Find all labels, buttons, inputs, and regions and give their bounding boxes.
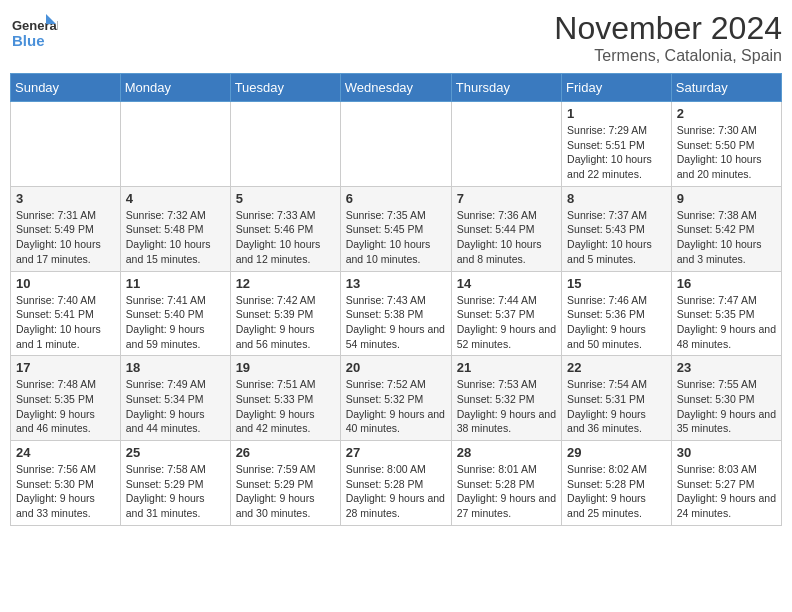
day-cell-24: 24Sunrise: 7:56 AM Sunset: 5:30 PM Dayli… — [11, 441, 121, 526]
day-cell-26: 26Sunrise: 7:59 AM Sunset: 5:29 PM Dayli… — [230, 441, 340, 526]
day-cell-17: 17Sunrise: 7:48 AM Sunset: 5:35 PM Dayli… — [11, 356, 121, 441]
day-cell-10: 10Sunrise: 7:40 AM Sunset: 5:41 PM Dayli… — [11, 271, 121, 356]
day-info: Sunrise: 7:51 AM Sunset: 5:33 PM Dayligh… — [236, 377, 335, 436]
day-info: Sunrise: 7:38 AM Sunset: 5:42 PM Dayligh… — [677, 208, 776, 267]
day-info: Sunrise: 8:03 AM Sunset: 5:27 PM Dayligh… — [677, 462, 776, 521]
day-cell-3: 3Sunrise: 7:31 AM Sunset: 5:49 PM Daylig… — [11, 186, 121, 271]
day-info: Sunrise: 7:54 AM Sunset: 5:31 PM Dayligh… — [567, 377, 666, 436]
empty-cell — [230, 102, 340, 187]
week-row-5: 24Sunrise: 7:56 AM Sunset: 5:30 PM Dayli… — [11, 441, 782, 526]
day-cell-22: 22Sunrise: 7:54 AM Sunset: 5:31 PM Dayli… — [562, 356, 672, 441]
week-row-2: 3Sunrise: 7:31 AM Sunset: 5:49 PM Daylig… — [11, 186, 782, 271]
day-number: 5 — [236, 191, 335, 206]
day-cell-13: 13Sunrise: 7:43 AM Sunset: 5:38 PM Dayli… — [340, 271, 451, 356]
location-title: Termens, Catalonia, Spain — [554, 47, 782, 65]
day-info: Sunrise: 7:36 AM Sunset: 5:44 PM Dayligh… — [457, 208, 556, 267]
day-info: Sunrise: 8:02 AM Sunset: 5:28 PM Dayligh… — [567, 462, 666, 521]
day-cell-15: 15Sunrise: 7:46 AM Sunset: 5:36 PM Dayli… — [562, 271, 672, 356]
day-number: 4 — [126, 191, 225, 206]
day-info: Sunrise: 7:52 AM Sunset: 5:32 PM Dayligh… — [346, 377, 446, 436]
day-cell-30: 30Sunrise: 8:03 AM Sunset: 5:27 PM Dayli… — [671, 441, 781, 526]
day-number: 25 — [126, 445, 225, 460]
day-cell-23: 23Sunrise: 7:55 AM Sunset: 5:30 PM Dayli… — [671, 356, 781, 441]
col-header-tuesday: Tuesday — [230, 74, 340, 102]
calendar-table: SundayMondayTuesdayWednesdayThursdayFrid… — [10, 73, 782, 526]
day-info: Sunrise: 8:01 AM Sunset: 5:28 PM Dayligh… — [457, 462, 556, 521]
day-info: Sunrise: 7:40 AM Sunset: 5:41 PM Dayligh… — [16, 293, 115, 352]
day-info: Sunrise: 7:37 AM Sunset: 5:43 PM Dayligh… — [567, 208, 666, 267]
day-cell-25: 25Sunrise: 7:58 AM Sunset: 5:29 PM Dayli… — [120, 441, 230, 526]
week-row-4: 17Sunrise: 7:48 AM Sunset: 5:35 PM Dayli… — [11, 356, 782, 441]
day-number: 23 — [677, 360, 776, 375]
empty-cell — [11, 102, 121, 187]
day-info: Sunrise: 7:33 AM Sunset: 5:46 PM Dayligh… — [236, 208, 335, 267]
day-number: 14 — [457, 276, 556, 291]
day-number: 3 — [16, 191, 115, 206]
day-number: 2 — [677, 106, 776, 121]
day-number: 13 — [346, 276, 446, 291]
day-cell-29: 29Sunrise: 8:02 AM Sunset: 5:28 PM Dayli… — [562, 441, 672, 526]
logo: General Blue — [10, 10, 58, 58]
header: General Blue November 2024 Termens, Cata… — [10, 10, 782, 65]
day-number: 29 — [567, 445, 666, 460]
day-number: 12 — [236, 276, 335, 291]
logo-svg: General Blue — [10, 10, 58, 58]
col-header-monday: Monday — [120, 74, 230, 102]
day-cell-11: 11Sunrise: 7:41 AM Sunset: 5:40 PM Dayli… — [120, 271, 230, 356]
empty-cell — [120, 102, 230, 187]
day-number: 9 — [677, 191, 776, 206]
day-number: 10 — [16, 276, 115, 291]
day-info: Sunrise: 7:59 AM Sunset: 5:29 PM Dayligh… — [236, 462, 335, 521]
day-info: Sunrise: 7:49 AM Sunset: 5:34 PM Dayligh… — [126, 377, 225, 436]
day-number: 28 — [457, 445, 556, 460]
day-info: Sunrise: 7:43 AM Sunset: 5:38 PM Dayligh… — [346, 293, 446, 352]
week-row-1: 1Sunrise: 7:29 AM Sunset: 5:51 PM Daylig… — [11, 102, 782, 187]
day-number: 8 — [567, 191, 666, 206]
day-number: 16 — [677, 276, 776, 291]
col-header-wednesday: Wednesday — [340, 74, 451, 102]
day-cell-27: 27Sunrise: 8:00 AM Sunset: 5:28 PM Dayli… — [340, 441, 451, 526]
day-number: 19 — [236, 360, 335, 375]
day-info: Sunrise: 7:56 AM Sunset: 5:30 PM Dayligh… — [16, 462, 115, 521]
day-cell-5: 5Sunrise: 7:33 AM Sunset: 5:46 PM Daylig… — [230, 186, 340, 271]
day-cell-2: 2Sunrise: 7:30 AM Sunset: 5:50 PM Daylig… — [671, 102, 781, 187]
day-cell-21: 21Sunrise: 7:53 AM Sunset: 5:32 PM Dayli… — [451, 356, 561, 441]
day-number: 1 — [567, 106, 666, 121]
col-header-saturday: Saturday — [671, 74, 781, 102]
day-info: Sunrise: 8:00 AM Sunset: 5:28 PM Dayligh… — [346, 462, 446, 521]
day-info: Sunrise: 7:46 AM Sunset: 5:36 PM Dayligh… — [567, 293, 666, 352]
day-number: 15 — [567, 276, 666, 291]
day-cell-16: 16Sunrise: 7:47 AM Sunset: 5:35 PM Dayli… — [671, 271, 781, 356]
day-number: 6 — [346, 191, 446, 206]
day-info: Sunrise: 7:42 AM Sunset: 5:39 PM Dayligh… — [236, 293, 335, 352]
day-number: 22 — [567, 360, 666, 375]
day-cell-12: 12Sunrise: 7:42 AM Sunset: 5:39 PM Dayli… — [230, 271, 340, 356]
day-info: Sunrise: 7:48 AM Sunset: 5:35 PM Dayligh… — [16, 377, 115, 436]
day-number: 7 — [457, 191, 556, 206]
day-info: Sunrise: 7:31 AM Sunset: 5:49 PM Dayligh… — [16, 208, 115, 267]
day-cell-14: 14Sunrise: 7:44 AM Sunset: 5:37 PM Dayli… — [451, 271, 561, 356]
day-info: Sunrise: 7:55 AM Sunset: 5:30 PM Dayligh… — [677, 377, 776, 436]
day-cell-19: 19Sunrise: 7:51 AM Sunset: 5:33 PM Dayli… — [230, 356, 340, 441]
col-header-friday: Friday — [562, 74, 672, 102]
svg-text:Blue: Blue — [12, 32, 45, 49]
day-number: 17 — [16, 360, 115, 375]
day-cell-28: 28Sunrise: 8:01 AM Sunset: 5:28 PM Dayli… — [451, 441, 561, 526]
day-cell-1: 1Sunrise: 7:29 AM Sunset: 5:51 PM Daylig… — [562, 102, 672, 187]
day-info: Sunrise: 7:44 AM Sunset: 5:37 PM Dayligh… — [457, 293, 556, 352]
day-number: 26 — [236, 445, 335, 460]
empty-cell — [340, 102, 451, 187]
title-area: November 2024 Termens, Catalonia, Spain — [554, 10, 782, 65]
week-row-3: 10Sunrise: 7:40 AM Sunset: 5:41 PM Dayli… — [11, 271, 782, 356]
day-number: 27 — [346, 445, 446, 460]
empty-cell — [451, 102, 561, 187]
day-info: Sunrise: 7:30 AM Sunset: 5:50 PM Dayligh… — [677, 123, 776, 182]
day-number: 20 — [346, 360, 446, 375]
day-cell-4: 4Sunrise: 7:32 AM Sunset: 5:48 PM Daylig… — [120, 186, 230, 271]
day-info: Sunrise: 7:47 AM Sunset: 5:35 PM Dayligh… — [677, 293, 776, 352]
day-number: 24 — [16, 445, 115, 460]
day-info: Sunrise: 7:41 AM Sunset: 5:40 PM Dayligh… — [126, 293, 225, 352]
month-title: November 2024 — [554, 10, 782, 47]
day-info: Sunrise: 7:58 AM Sunset: 5:29 PM Dayligh… — [126, 462, 225, 521]
day-info: Sunrise: 7:53 AM Sunset: 5:32 PM Dayligh… — [457, 377, 556, 436]
